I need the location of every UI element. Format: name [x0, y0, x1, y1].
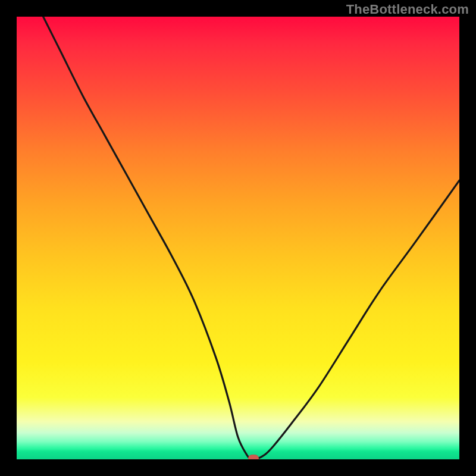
bottleneck-curve — [17, 17, 459, 459]
attribution-text: TheBottleneck.com — [346, 2, 469, 17]
plot-area — [17, 17, 459, 459]
bottleneck-curve-path — [43, 17, 459, 459]
optimum-marker — [248, 455, 259, 459]
chart-frame: TheBottleneck.com — [0, 0, 476, 476]
